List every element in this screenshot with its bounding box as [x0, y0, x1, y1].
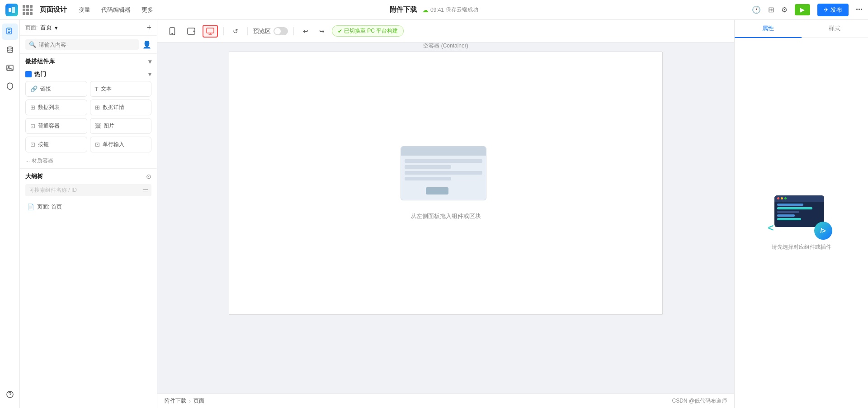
toggle-knob: [274, 28, 281, 34]
image-icon: 🖼: [95, 123, 101, 129]
toolbar-divider-2: [247, 27, 248, 35]
component-label-image: 图片: [104, 122, 114, 130]
nav-left: 页面设计 变量 代码编辑器 更多: [5, 4, 153, 16]
hot-section-collapse[interactable]: ▾: [148, 71, 151, 78]
component-lib-label: 微搭组件库: [25, 57, 55, 66]
component-label-input: 单行输入: [103, 141, 124, 148]
right-panel-tabs: 属性 样式: [735, 20, 868, 38]
publish-button[interactable]: ✈ 发布: [817, 4, 849, 16]
canvas-toolbar: ↺ 预览区 ↩ ↪ ✔ 已切换至 PC 平台构建: [157, 20, 734, 43]
component-item-button[interactable]: ⊡ 按钮: [25, 137, 87, 152]
preview-toggle-switch[interactable]: [274, 27, 288, 35]
nav-item-more[interactable]: 更多: [142, 6, 153, 14]
nav-more-button[interactable]: ···: [856, 5, 863, 14]
button-icon: ⊡: [30, 141, 35, 148]
canvas-main[interactable]: 空容器 (Container): [157, 43, 734, 394]
outline-section: 大纲树 ⊙ 可搜索组件名称 / ID 📄 页面: 首页: [20, 168, 157, 408]
hot-section-header: 热门 ▾: [20, 68, 157, 81]
code-lines: [774, 202, 824, 223]
nav-item-variables[interactable]: 变量: [79, 6, 90, 14]
outline-search: 可搜索组件名称 / ID: [25, 184, 151, 196]
breadcrumb-item-1[interactable]: 页面: [193, 397, 204, 405]
hot-section-label-wrap: 热门: [25, 70, 46, 78]
bottom-right-text: CSDN @低代码布道师: [672, 397, 727, 405]
angle-bracket-icon: <: [768, 222, 774, 234]
icon-sidebar: [0, 20, 20, 408]
search-icon: 🔍: [29, 41, 36, 48]
component-item-link[interactable]: 🔗 链接: [25, 81, 87, 97]
add-page-button[interactable]: +: [146, 24, 151, 32]
component-item-input[interactable]: ⊡ 单行输入: [90, 137, 152, 152]
component-item-container[interactable]: ⊡ 普通容器: [25, 118, 87, 134]
tree-item-homepage[interactable]: 📄 页面: 首页: [25, 201, 151, 213]
more-dots-icon: ···: [25, 158, 30, 164]
svg-rect-0: [9, 8, 11, 12]
check-icon: ✔: [338, 28, 342, 34]
sidebar-item-security[interactable]: [2, 78, 18, 94]
nav-right: 🕐 ⊞ ⚙ ▶ ✈ 发布 ···: [752, 4, 863, 16]
outline-header: 大纲树 ⊙: [20, 169, 157, 184]
sidebar-item-images[interactable]: [2, 60, 18, 76]
run-button[interactable]: ▶: [795, 4, 810, 15]
sidebar-item-pages[interactable]: [2, 24, 18, 40]
more-components-label: 材质容器: [32, 157, 53, 165]
outline-expand-icon[interactable]: ⊙: [146, 173, 151, 180]
canvas-area: ↺ 预览区 ↩ ↪ ✔ 已切换至 PC 平台构建 空容器 (Container): [157, 20, 734, 408]
toolbar-divider-1: [223, 27, 224, 35]
data-list-icon: ⊞: [30, 104, 35, 111]
settings-icon[interactable]: ⚙: [781, 5, 788, 14]
panel-header: 页面: 首页 ▾ +: [20, 20, 157, 36]
code-line-5: [777, 218, 802, 220]
svg-point-11: [172, 33, 173, 34]
undo-button[interactable]: ↩: [299, 25, 312, 38]
component-label-link: 链接: [40, 85, 51, 93]
data-detail-icon: ⊞: [95, 104, 100, 111]
tab-properties[interactable]: 属性: [735, 20, 802, 38]
page-title: 附件下载: [390, 5, 417, 14]
device-desktop-button[interactable]: [203, 25, 218, 38]
canvas-frame[interactable]: 空容器 (Container): [229, 52, 663, 315]
page-selector-prefix: 页面:: [25, 24, 38, 32]
pw-row-4: [405, 177, 451, 180]
chevron-down-icon: ▾: [55, 24, 58, 31]
device-tablet-button[interactable]: [184, 25, 199, 38]
component-lib-header: 微搭组件库 ▾: [20, 54, 157, 68]
svg-rect-14: [207, 28, 214, 33]
svg-point-13: [193, 31, 194, 32]
nav-item-code-editor[interactable]: 代码编辑器: [101, 6, 131, 14]
breadcrumb-item-0[interactable]: 附件下载: [165, 397, 186, 405]
code-line-1: [777, 204, 804, 206]
clock-icon[interactable]: 🕐: [752, 5, 761, 14]
sidebar-item-help[interactable]: [2, 386, 18, 403]
platform-text: 已切换至 PC 平台构建: [344, 27, 398, 35]
refresh-button[interactable]: ↺: [229, 25, 242, 38]
svg-point-6: [7, 47, 13, 49]
code-line-4: [777, 214, 795, 217]
component-lib-collapse[interactable]: ▾: [148, 58, 151, 65]
sidebar-item-data[interactable]: [2, 42, 18, 58]
component-item-text[interactable]: T 文本: [90, 81, 152, 97]
component-item-image[interactable]: 🖼 图片: [90, 118, 152, 134]
grid-menu-icon[interactable]: [23, 5, 33, 15]
more-components-hint: ··· 材质容器: [20, 156, 157, 168]
user-avatar-icon[interactable]: 👤: [142, 40, 151, 49]
component-item-data-detail[interactable]: ⊞ 数据详情: [90, 100, 152, 115]
device-mobile-button[interactable]: [165, 25, 180, 38]
tab-style[interactable]: 样式: [802, 20, 868, 38]
pw-body: [401, 156, 486, 184]
link-icon: 🔗: [30, 85, 38, 92]
breadcrumb: 附件下载 › 页面: [165, 397, 204, 405]
search-input[interactable]: [39, 42, 135, 48]
dot-yellow: [781, 197, 783, 199]
component-item-data-list[interactable]: ⊞ 数据列表: [25, 100, 87, 115]
toolbar-divider-3: [293, 27, 294, 35]
layout-icon[interactable]: ⊞: [768, 5, 774, 14]
outline-title: 大纲树: [25, 172, 43, 180]
pw-row-1: [405, 159, 482, 163]
pw-header: [401, 147, 486, 156]
run-icon: ▶: [800, 6, 805, 13]
preview-label: 预览区: [253, 27, 271, 35]
redo-button[interactable]: ↪: [316, 25, 328, 38]
search-input-wrap: 🔍: [25, 39, 139, 50]
page-selector[interactable]: 页面: 首页 ▾: [25, 24, 58, 32]
